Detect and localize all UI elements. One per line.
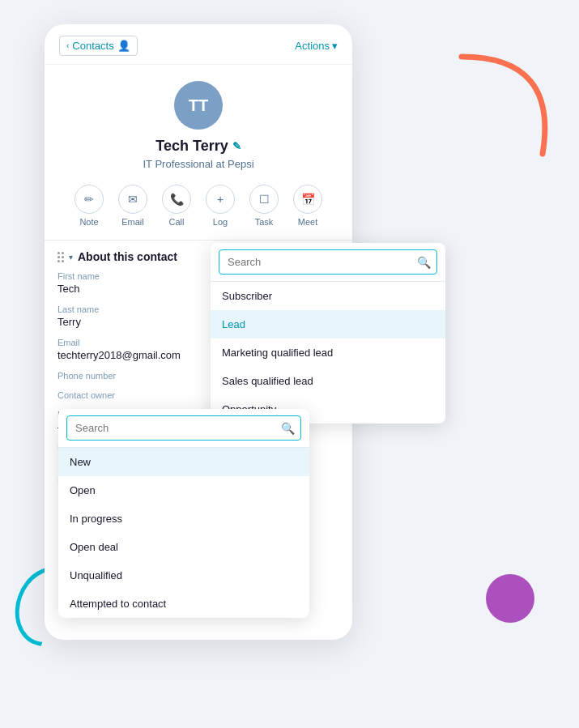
lifecycle-option-subscriber[interactable]: Subscriber	[211, 282, 445, 310]
email-button[interactable]: ✉ Email	[118, 185, 147, 227]
contacts-label: Contacts	[72, 40, 113, 52]
contact-title: IT Professional at Pepsi	[143, 158, 253, 170]
lead-status-dropdown: 🔍 New Open In progress Open deal Unquali…	[58, 409, 309, 618]
lead-option-attempted[interactable]: Attempted to contact	[58, 590, 309, 618]
lifecycle-option-sql[interactable]: Sales qualified lead	[211, 367, 445, 395]
lifecycle-search-wrapper: 🔍	[211, 243, 445, 282]
lead-search-wrapper: 🔍	[58, 409, 309, 448]
meet-icon: 📅	[293, 185, 322, 214]
actions-label: Actions	[295, 40, 330, 52]
edit-name-icon[interactable]: ✎	[232, 140, 241, 152]
user-icon: 👤	[117, 40, 130, 52]
call-button[interactable]: 📞 Call	[162, 185, 191, 227]
action-buttons: ✏ Note ✉ Email 📞 Call + Log ☐ Task 📅 Mee	[75, 185, 322, 227]
lifecycle-dropdown: 🔍 Subscriber Lead Marketing qualified le…	[211, 243, 445, 424]
drag-handle-icon	[57, 252, 64, 262]
avatar-initials: TT	[189, 96, 208, 115]
header-bar: ‹ Contacts 👤 Actions ▾	[45, 24, 352, 65]
lifecycle-option-lead[interactable]: Lead	[211, 310, 445, 338]
actions-button[interactable]: Actions ▾	[295, 40, 338, 52]
log-button[interactable]: + Log	[206, 185, 235, 227]
contact-name: Tech Terry ✎	[155, 138, 241, 155]
email-icon: ✉	[118, 185, 147, 214]
chevron-down-icon: ▾	[332, 40, 338, 52]
back-contacts-button[interactable]: ‹ Contacts 👤	[59, 36, 138, 56]
call-icon: 📞	[162, 185, 191, 214]
log-icon: +	[206, 185, 235, 214]
lead-option-new[interactable]: New	[58, 448, 309, 476]
lifecycle-option-mql[interactable]: Marketing qualified lead	[211, 338, 445, 367]
lead-option-unqualified[interactable]: Unqualified	[58, 561, 309, 590]
lead-search-input[interactable]	[66, 415, 301, 441]
lead-option-open-deal[interactable]: Open deal	[58, 533, 309, 561]
about-title: About this contact	[78, 250, 177, 263]
note-button[interactable]: ✏ Note	[75, 185, 104, 227]
avatar: TT	[174, 81, 223, 130]
meet-label: Meet	[298, 217, 317, 227]
lead-option-open[interactable]: Open	[58, 476, 309, 504]
meet-button[interactable]: 📅 Meet	[293, 185, 322, 227]
chevron-down-icon: ▾	[69, 253, 73, 262]
note-icon: ✏	[75, 185, 104, 214]
lead-option-in-progress[interactable]: In progress	[58, 504, 309, 533]
profile-section: TT Tech Terry ✎ IT Professional at Pepsi…	[45, 65, 352, 240]
task-button[interactable]: ☐ Task	[249, 185, 279, 227]
call-label: Call	[169, 217, 185, 227]
email-label: Email	[121, 217, 144, 227]
deco-purple	[486, 574, 534, 623]
log-label: Log	[213, 217, 228, 227]
task-icon: ☐	[249, 185, 279, 214]
lifecycle-search-input[interactable]	[219, 249, 437, 275]
task-label: Task	[255, 217, 274, 227]
chevron-left-icon: ‹	[66, 41, 69, 50]
note-label: Note	[79, 217, 98, 227]
